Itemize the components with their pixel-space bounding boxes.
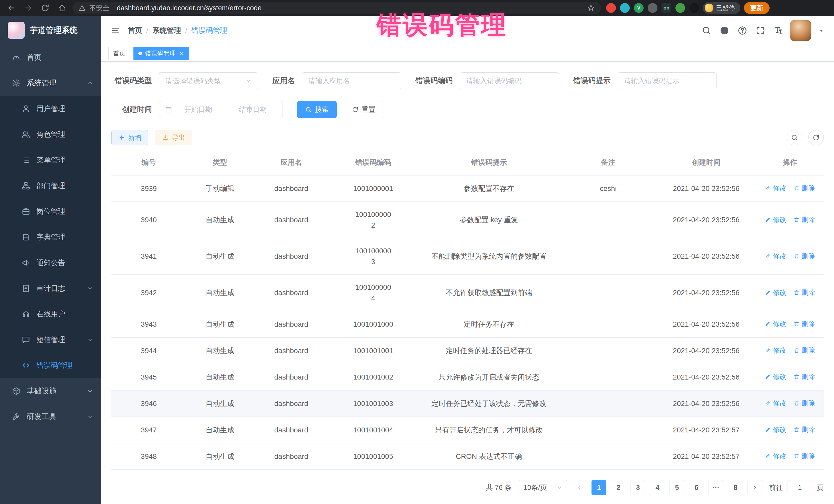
address-bar[interactable]: 不安全 dashboard.yudao.iocoder.cn/system/er… bbox=[72, 2, 601, 14]
delete-link[interactable]: 删除 bbox=[793, 214, 815, 225]
page-button-2[interactable]: 2 bbox=[611, 480, 626, 495]
extension-green-icon[interactable]: V bbox=[634, 3, 643, 13]
bookmark-star-icon[interactable] bbox=[587, 4, 595, 12]
add-button[interactable]: 新增 bbox=[111, 130, 148, 145]
profile-paused-badge[interactable]: 已暂停 bbox=[703, 2, 740, 14]
delete-link[interactable]: 删除 bbox=[793, 424, 815, 435]
active-tab-dot bbox=[138, 51, 142, 55]
delete-link[interactable]: 删除 bbox=[793, 371, 815, 382]
edit-link[interactable]: 修改 bbox=[765, 371, 786, 382]
app-name-input[interactable] bbox=[302, 72, 401, 89]
date-range-picker[interactable]: 开始日期 - 结束日期 bbox=[159, 101, 283, 118]
app-logo[interactable]: 芋道管理系统 bbox=[0, 16, 101, 45]
toggle-search-button[interactable] bbox=[787, 130, 802, 145]
export-button[interactable]: 导出 bbox=[155, 130, 192, 145]
edit-link[interactable]: 修改 bbox=[765, 319, 786, 329]
extension-teal-icon[interactable] bbox=[620, 3, 630, 13]
delete-link[interactable]: 删除 bbox=[793, 398, 815, 409]
home-button[interactable] bbox=[56, 1, 69, 15]
goto-page-input[interactable] bbox=[788, 480, 812, 495]
edit-icon bbox=[765, 289, 771, 295]
sidebar-item-notice[interactable]: 通知公告 bbox=[0, 250, 101, 276]
hamburger-icon[interactable] bbox=[110, 25, 120, 36]
edit-link[interactable]: 修改 bbox=[765, 287, 786, 298]
reload-button[interactable] bbox=[39, 1, 52, 15]
github-icon[interactable] bbox=[720, 26, 729, 36]
search-button[interactable]: 搜索 bbox=[297, 101, 337, 118]
sidebar-item-sms[interactable]: 短信管理 bbox=[0, 327, 101, 353]
table-row: 3939手动编辑dashboard1001000001参数配置不存在ceshi2… bbox=[111, 175, 824, 202]
error-code-input[interactable] bbox=[460, 72, 559, 89]
sidebar-item-home[interactable]: 首页 bbox=[0, 45, 101, 70]
tab-home[interactable]: 首页 bbox=[108, 47, 130, 60]
cell-type: 自动生成 bbox=[186, 337, 254, 364]
error-hint-input[interactable] bbox=[618, 72, 717, 89]
tab-error-code[interactable]: 错误码管理 bbox=[133, 47, 189, 60]
cell-id: 3942 bbox=[111, 275, 186, 311]
sidebar-item-user[interactable]: 用户管理 bbox=[0, 96, 101, 122]
extension-pin-icon[interactable] bbox=[689, 3, 699, 13]
sidebar-item-role[interactable]: 角色管理 bbox=[0, 122, 101, 147]
sidebar-item-label: 通知公告 bbox=[37, 258, 65, 268]
caret-down-icon[interactable] bbox=[818, 27, 825, 34]
more-pages-button[interactable]: ··· bbox=[708, 480, 723, 495]
fullscreen-icon[interactable] bbox=[755, 26, 765, 36]
extension-leaf-icon[interactable] bbox=[675, 3, 685, 13]
page-button-8[interactable]: 8 bbox=[728, 480, 743, 495]
edit-link[interactable]: 修改 bbox=[765, 398, 786, 409]
edit-link[interactable]: 修改 bbox=[765, 214, 786, 225]
page-button-6[interactable]: 6 bbox=[689, 480, 704, 495]
sidebar-item-online-user[interactable]: 在线用户 bbox=[0, 301, 101, 327]
extension-grid-icon[interactable] bbox=[648, 3, 657, 13]
delete-link[interactable]: 删除 bbox=[793, 451, 815, 461]
sidebar-item-dev-tool[interactable]: 研发工具 bbox=[0, 404, 101, 430]
edit-link[interactable]: 修改 bbox=[765, 345, 786, 356]
sidebar-item-system[interactable]: 系统管理 bbox=[0, 70, 101, 96]
question-icon[interactable] bbox=[738, 26, 747, 36]
prev-page-button[interactable] bbox=[572, 480, 587, 495]
page-size-select[interactable]: 10条/页 bbox=[519, 480, 567, 495]
extension-red-icon[interactable] bbox=[606, 3, 616, 13]
delete-link[interactable]: 删除 bbox=[793, 345, 815, 356]
search-icon[interactable] bbox=[702, 26, 711, 36]
breadcrumb-item[interactable]: 系统管理 bbox=[152, 26, 181, 36]
sidebar-item-infra[interactable]: 基础设施 bbox=[0, 378, 101, 404]
update-button[interactable]: 更新 bbox=[744, 2, 770, 14]
breadcrumb-item[interactable]: 首页 bbox=[128, 26, 142, 36]
sidebar-item-dict[interactable]: 字典管理 bbox=[0, 224, 101, 250]
next-page-button[interactable] bbox=[748, 480, 762, 495]
page-button-1[interactable]: 1 bbox=[592, 480, 607, 495]
extension-dark-icon[interactable]: on bbox=[662, 3, 671, 13]
edit-link[interactable]: 修改 bbox=[765, 251, 786, 262]
close-icon[interactable] bbox=[179, 51, 184, 56]
cell-time: 2021-04-20 23:52:56 bbox=[656, 311, 756, 337]
sidebar-item-audit-log[interactable]: 审计日志 bbox=[0, 276, 101, 301]
user-avatar[interactable] bbox=[790, 20, 811, 41]
delete-link[interactable]: 删除 bbox=[793, 287, 815, 298]
delete-link[interactable]: 删除 bbox=[793, 251, 815, 262]
profile-emoji-icon bbox=[705, 4, 714, 12]
cell-remark bbox=[560, 202, 656, 238]
page-button-4[interactable]: 4 bbox=[650, 480, 665, 495]
cell-actions: 修改删除 bbox=[756, 311, 824, 337]
page-button-3[interactable]: 3 bbox=[631, 480, 645, 495]
sidebar-item-post[interactable]: 岗位管理 bbox=[0, 199, 101, 224]
cell-actions: 修改删除 bbox=[756, 238, 824, 275]
code-icon bbox=[22, 361, 30, 370]
sidebar-item-menu[interactable]: 菜单管理 bbox=[0, 147, 101, 173]
forward-button[interactable] bbox=[22, 1, 35, 15]
delete-link[interactable]: 删除 bbox=[793, 183, 815, 194]
refresh-table-button[interactable] bbox=[808, 130, 824, 145]
cell-actions: 修改删除 bbox=[756, 443, 824, 469]
fontsize-icon[interactable] bbox=[773, 26, 783, 36]
sidebar-item-dept[interactable]: 部门管理 bbox=[0, 173, 101, 199]
edit-link[interactable]: 修改 bbox=[765, 451, 786, 461]
edit-link[interactable]: 修改 bbox=[765, 424, 786, 435]
back-button[interactable] bbox=[5, 1, 18, 15]
reset-button[interactable]: 重置 bbox=[344, 101, 383, 118]
page-button-5[interactable]: 5 bbox=[670, 480, 684, 495]
sidebar-item-error-code[interactable]: 错误码管理 bbox=[0, 353, 101, 378]
delete-link[interactable]: 删除 bbox=[793, 319, 815, 329]
error-type-select[interactable]: 请选择错误码类型 bbox=[159, 72, 258, 89]
edit-link[interactable]: 修改 bbox=[765, 183, 786, 194]
